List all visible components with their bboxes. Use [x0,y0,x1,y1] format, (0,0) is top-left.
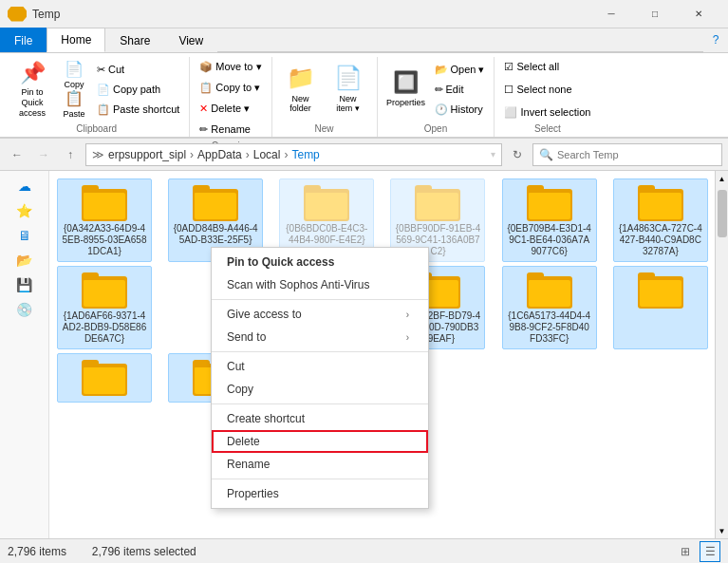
path-dropdown-arrow[interactable]: ▾ [491,149,495,160]
search-input[interactable] [557,149,716,160]
ctx-scan-antivirus[interactable]: Scan with Sophos Anti-Virus [212,273,428,296]
select-none-button[interactable]: ☐Select none [500,80,575,99]
search-box[interactable]: 🔍 [532,143,722,166]
help-button[interactable]: ? [703,28,728,52]
vertical-scrollbar[interactable]: ▲ ▼ [715,171,728,538]
paste-button[interactable]: 📋 Paste [57,90,91,119]
view-grid-button[interactable]: ⊞ [675,541,696,562]
path-part-temp[interactable]: Temp [291,148,319,161]
close-button[interactable]: ✕ [677,0,720,28]
paste-shortcut-button[interactable]: 📋Paste shortcut [93,100,183,119]
select-label: Select [500,122,594,137]
address-path[interactable]: ≫ erpsupport_sipl › AppData › Local › Te… [85,143,502,166]
ctx-rename[interactable]: Rename [212,453,428,476]
copy-button[interactable]: 📄 Copy [57,61,91,89]
path-part-appdata[interactable]: AppData [197,148,242,161]
history-button[interactable]: 🕐History [431,100,489,119]
tab-home[interactable]: Home [47,28,105,52]
back-button[interactable]: ← [6,143,28,166]
nav-favorites[interactable]: ⭐ [4,199,46,222]
nav-documents[interactable]: 📂 [4,249,46,272]
tab-file[interactable]: File [0,28,47,52]
folder-icon [304,183,349,221]
invert-selection-button[interactable]: ⬜Invert selection [500,103,594,122]
folder-icon [415,183,460,221]
tab-share[interactable]: Share [105,28,164,52]
move-to-button[interactable]: 📦Move to ▾ [196,57,265,76]
properties-button[interactable]: 🔲 Properties [383,58,429,121]
file-item[interactable]: {1A4863CA-727C-4427-B440-C9AD8C32787A} [613,178,708,262]
title-bar-title: Temp [32,8,589,21]
folder-icon [638,271,683,309]
new-content: 📁 Newfolder 📄 Newitem ▾ [278,57,371,122]
tab-view[interactable]: View [164,28,217,52]
ribbon: 📌 Pin to Quickaccess 📄 Copy 📋 Paste ✂Cut… [0,53,728,139]
file-item[interactable]: {0A342A33-64D9-45EB-8955-03EA6581DCA1} [57,178,152,262]
ctx-send-to[interactable]: Send to › [212,326,428,348]
title-bar: Temp ─ □ ✕ [0,0,728,28]
ribbon-group-select: ☑Select all ☐Select none ⬜Invert selecti… [495,57,600,137]
new-item-button[interactable]: 📄 Newitem ▾ [326,58,371,121]
status-item-count: 2,796 items [8,545,66,558]
pin-quick-access-button[interactable]: 📌 Pin to Quickaccess [9,58,55,121]
folder-icon [82,271,127,309]
search-icon: 🔍 [539,148,553,161]
ctx-copy[interactable]: Copy [212,378,428,401]
nav-network[interactable]: 💿 [4,298,46,321]
path-part-local[interactable]: Local [253,148,281,161]
file-item[interactable]: {1C6A5173-44D4-49B8-9CF2-5F8D40FD33FC} [502,266,597,349]
file-item[interactable] [57,353,152,403]
address-bar: ← → ↑ ≫ erpsupport_sipl › AppData › Loca… [0,139,728,171]
ctx-arrow-send-to: › [406,332,409,343]
edit-button[interactable]: ✏Edit [431,80,489,99]
folder-icon [82,183,127,221]
status-separator [76,545,83,558]
copy-to-button[interactable]: 📋Copy to ▾ [196,78,264,97]
scrollbar-thumb[interactable] [718,190,727,237]
file-item[interactable]: {1AD6AF66-9371-4AD2-BDB9-D58E86DE6A7C} [57,266,152,349]
ctx-delete[interactable]: Delete [212,430,428,453]
ctx-separator-2 [212,351,428,352]
new-folder-button[interactable]: 📁 Newfolder [278,58,324,121]
open-button[interactable]: 📂Open ▾ [431,60,489,79]
status-bar-right: ⊞ ☰ [675,541,720,562]
folder-icon [82,358,127,396]
folder-icon [638,183,683,221]
title-bar-folder-icon [8,7,27,22]
delete-ribbon-button[interactable]: ✕Delete ▾ [196,99,253,118]
ribbon-group-organize: 📦Move to ▾ 📋Copy to ▾ ✕Delete ▾ ✏Rename … [190,57,271,137]
organize-content: 📦Move to ▾ 📋Copy to ▾ ✕Delete ▾ ✏Rename [196,57,265,139]
ctx-give-access[interactable]: Give access to › [212,303,428,326]
cut-button[interactable]: ✂Cut [93,60,183,79]
copy-path-button[interactable]: 📄Copy path [93,80,183,99]
main-area: ☁ ⭐ 🖥 📂 💾 💿 {0A342A33-64D9-45EB-8955-03E… [0,171,728,538]
scroll-up-button[interactable]: ▲ [716,171,729,186]
nav-onedrive[interactable]: ☁ [4,175,46,197]
forward-button[interactable]: → [32,143,55,166]
up-button[interactable]: ↑ [59,143,82,166]
ribbon-group-new: 📁 Newfolder 📄 Newitem ▾ New [272,57,378,137]
minimize-button[interactable]: ─ [589,0,633,28]
ctx-create-shortcut[interactable]: Create shortcut [212,407,428,430]
open-small-buttons: 📂Open ▾ ✏Edit 🕐History [431,60,489,119]
select-all-button[interactable]: ☑Select all [500,57,563,76]
left-nav: ☁ ⭐ 🖥 📂 💾 💿 [0,171,49,538]
title-bar-buttons: ─ □ ✕ [589,0,720,28]
nav-drives[interactable]: 💾 [4,273,46,296]
ctx-cut[interactable]: Cut [212,355,428,378]
file-item[interactable]: {0EB709B4-E3D1-49C1-BE64-036A7A9077C6} [502,178,597,262]
file-item[interactable] [613,266,708,349]
nav-desktop[interactable]: 🖥 [4,224,46,247]
scroll-down-button[interactable]: ▼ [716,523,729,538]
maximize-button[interactable]: □ [633,0,677,28]
refresh-button[interactable]: ↻ [506,143,529,166]
view-list-button[interactable]: ☰ [700,541,720,562]
ctx-pin-quick-access[interactable]: Pin to Quick access [212,251,428,273]
ctx-separator-4 [212,479,428,479]
path-part-erpsupport[interactable]: erpsupport_sipl [108,148,186,161]
folder-icon [527,183,572,221]
rename-button[interactable]: ✏Rename [196,120,254,139]
ctx-properties[interactable]: Properties [212,482,428,505]
ribbon-tabs: File Home Share View ? [0,28,728,53]
ctx-separator-3 [212,403,428,404]
